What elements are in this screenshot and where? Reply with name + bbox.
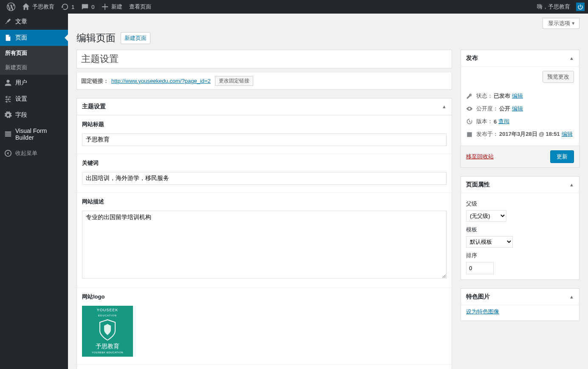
theme-settings-box: 主题设置 ▲ 网站标题 关键词 网站描述 专业的出国留学培训机构 <box>76 98 452 369</box>
add-new-page-button[interactable]: 新建页面 <box>121 32 150 44</box>
featured-image-box: 特色图片 ▲ 设为特色图像 <box>461 288 580 321</box>
my-account-link[interactable]: 嗨，予思教育 <box>534 0 574 14</box>
site-title-field: 网站标题 <box>77 115 452 154</box>
menu-users[interactable]: 用户 <box>0 75 68 91</box>
site-home-link[interactable]: 予思教育 <box>19 0 58 14</box>
logo-text-top: YOUSEEK <box>97 308 119 313</box>
published-on-row: 发布于： 2017年3月28日 @ 18:51 编辑 <box>466 128 574 141</box>
publish-header[interactable]: 发布 ▲ <box>461 50 579 67</box>
status-value: 已发布 <box>494 92 510 100</box>
history-icon <box>466 118 473 125</box>
edit-status-link[interactable]: 编辑 <box>512 92 523 100</box>
theme-settings-title: 主题设置 <box>82 103 106 110</box>
change-permalink-button[interactable]: 更改固定链接 <box>215 76 253 86</box>
screen-options-toggle[interactable]: 显示选项 <box>543 18 580 29</box>
submenu-all-pages[interactable]: 所有页面 <box>0 46 68 60</box>
slide1-title-field: 首页幻灯1标题 <box>77 364 452 369</box>
view-page-link[interactable]: 查看页面 <box>126 0 155 14</box>
description-field: 网站描述 专业的出国留学培训机构 <box>77 192 452 287</box>
edit-visibility-link[interactable]: 编辑 <box>512 105 523 113</box>
menu-visual-form-builder[interactable]: Visual Form Builder <box>0 123 68 145</box>
new-label: 新建 <box>111 3 122 11</box>
comments-link[interactable]: 0 <box>78 0 98 14</box>
menu-pages[interactable]: 页面 <box>0 30 68 46</box>
wp-logo[interactable] <box>3 0 19 14</box>
menu-posts[interactable]: 文章 <box>0 14 68 30</box>
view-page-label: 查看页面 <box>129 3 151 11</box>
new-content-link[interactable]: 新建 <box>98 0 126 14</box>
status-label: 状态： <box>476 92 493 100</box>
refresh-icon <box>61 3 69 11</box>
admin-bar: 予思教育 1 0 新建 查看页面 嗨，予思教育 <box>0 0 588 14</box>
edit-date-link[interactable]: 编辑 <box>562 130 573 138</box>
description-textarea[interactable]: 专业的出国留学培训机构 <box>82 211 447 279</box>
site-title-input[interactable] <box>82 133 447 146</box>
main-column: 固定链接： http://www.youseekedu.com/?page_id… <box>76 50 452 369</box>
submenu-new-page[interactable]: 新建页面 <box>0 60 68 75</box>
published-on-value: 2017年3月28日 @ 18:51 <box>499 130 560 138</box>
visibility-value: 公开 <box>499 105 510 113</box>
power-icon <box>577 4 583 10</box>
permalink-url-link[interactable]: http://www.youseekedu.com/?page_id=2 <box>111 78 211 84</box>
theme-settings-header[interactable]: 主题设置 ▲ <box>77 99 452 115</box>
page-icon <box>4 34 12 42</box>
logo-field: 网站logo YOUSEEK EDUCATION 予思教育 YOUSEEK ED… <box>77 287 452 364</box>
sliders-icon <box>4 95 12 103</box>
keywords-input[interactable] <box>82 172 447 185</box>
screen-meta: 显示选项 <box>76 18 580 31</box>
set-featured-image-link[interactable]: 设为特色图像 <box>466 308 499 315</box>
updates-link[interactable]: 1 <box>58 0 78 14</box>
collapse-icon[interactable]: ▲ <box>442 104 447 109</box>
site-title-label: 网站标题 <box>82 121 447 128</box>
featured-box-title: 特色图片 <box>466 293 490 301</box>
post-title-input[interactable] <box>77 50 452 68</box>
plus-icon <box>101 3 109 11</box>
collapse-menu-button[interactable]: 收起菜单 <box>0 145 68 161</box>
preview-button[interactable]: 预览更改 <box>543 71 574 83</box>
move-to-trash-link[interactable]: 移至回收站 <box>466 153 494 161</box>
order-label: 排序 <box>466 252 574 259</box>
page-header: 编辑页面 新建页面 <box>76 31 580 45</box>
featured-header[interactable]: 特色图片 ▲ <box>461 289 579 305</box>
parent-select[interactable]: (无父级) <box>466 210 506 222</box>
publish-box: 发布 ▲ 预览更改 状态： 已发布 编辑 <box>461 50 580 168</box>
visibility-label: 公开度： <box>476 105 498 113</box>
template-select[interactable]: 默认模板 <box>466 236 513 248</box>
form-icon <box>4 130 12 138</box>
greeting-text: 嗨，予思教育 <box>537 3 570 11</box>
logo-label: 网站logo <box>82 293 447 301</box>
wordpress-icon <box>7 3 15 11</box>
parent-label: 父级 <box>466 200 574 208</box>
order-input[interactable] <box>466 262 494 274</box>
calendar-icon <box>466 131 473 138</box>
logout-button[interactable] <box>576 3 585 11</box>
status-row: 状态： 已发布 编辑 <box>466 90 574 102</box>
published-on-label: 发布于： <box>476 130 498 138</box>
user-icon <box>4 79 12 87</box>
attributes-box-title: 页面属性 <box>466 181 490 189</box>
publish-actions: 移至回收站 更新 <box>461 146 579 167</box>
page-attributes-box: 页面属性 ▲ 父级 (无父级) 模板 默认模板 排序 <box>461 176 580 280</box>
key-icon <box>466 93 473 99</box>
collapse-icon[interactable]: ▲ <box>569 56 574 61</box>
collapse-icon <box>4 149 12 157</box>
logo-image[interactable]: YOUSEEK EDUCATION 予思教育 YOUSEEK EDUCATION <box>82 306 133 357</box>
shield-icon <box>98 319 117 341</box>
page-heading: 编辑页面 <box>76 31 116 45</box>
update-button[interactable]: 更新 <box>550 150 574 163</box>
side-column: 发布 ▲ 预览更改 状态： 已发布 编辑 <box>461 50 580 330</box>
browse-revisions-link[interactable]: 查阅 <box>498 118 509 125</box>
attributes-header[interactable]: 页面属性 ▲ <box>461 177 579 193</box>
collapse-icon[interactable]: ▲ <box>569 294 574 299</box>
logo-text-edu: EDUCATION <box>98 314 117 318</box>
comment-icon <box>81 3 89 11</box>
admin-sidebar: 文章 页面 所有页面 新建页面 用户 设置 字段 Visual Form Bui… <box>0 14 68 369</box>
menu-settings[interactable]: 设置 <box>0 91 68 107</box>
title-wrapper <box>76 50 452 68</box>
updates-count: 1 <box>71 4 74 10</box>
collapse-icon[interactable]: ▲ <box>569 182 574 187</box>
permalink-row: 固定链接： http://www.youseekedu.com/?page_id… <box>76 73 452 90</box>
keywords-field: 关键词 <box>77 154 452 192</box>
home-icon <box>22 3 30 11</box>
menu-fields[interactable]: 字段 <box>0 107 68 123</box>
